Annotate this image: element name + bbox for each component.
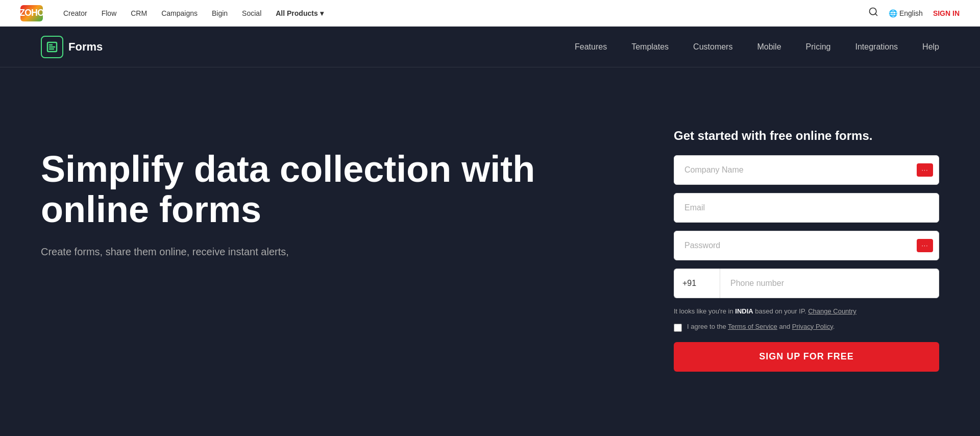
- email-input[interactable]: [674, 193, 939, 223]
- top-bar-right: 🌐 English SIGN IN: [868, 7, 960, 19]
- nav-customers[interactable]: Customers: [693, 42, 732, 52]
- location-note: It looks like you're in INDIA based on y…: [674, 306, 939, 317]
- terms-checkbox-group: I agree to the Terms of Service and Priv…: [674, 323, 939, 332]
- hero-left: Simplify data collection with online for…: [41, 108, 623, 259]
- phone-code-input[interactable]: [674, 269, 720, 298]
- password-options-button[interactable]: ···: [917, 239, 933, 252]
- sign-in-button[interactable]: SIGN IN: [933, 9, 960, 17]
- nav-flow[interactable]: Flow: [102, 9, 117, 17]
- hero-subtitle: Create forms, share them online, receive…: [41, 244, 623, 259]
- dots-icon-2: ···: [921, 242, 928, 249]
- forms-brand-label: Forms: [68, 40, 103, 54]
- main-nav: Forms Features Templates Customers Mobil…: [0, 27, 980, 67]
- language-selector[interactable]: 🌐 English: [889, 9, 923, 17]
- nav-bigin[interactable]: Bigin: [212, 9, 228, 17]
- company-name-input[interactable]: [674, 155, 939, 185]
- password-input[interactable]: [674, 231, 939, 260]
- change-country-link[interactable]: Change Country: [808, 307, 856, 315]
- nav-social[interactable]: Social: [242, 9, 261, 17]
- signup-heading: Get started with free online forms.: [674, 129, 939, 143]
- phone-number-input[interactable]: [720, 269, 939, 298]
- company-options-button[interactable]: ···: [917, 163, 933, 177]
- zoho-logo[interactable]: ZOHO: [20, 5, 43, 21]
- hero-title: Simplify data collection with online for…: [41, 149, 623, 230]
- globe-icon: 🌐: [889, 9, 897, 17]
- zoho-logo-box: ZOHO: [20, 5, 43, 21]
- forms-logo[interactable]: Forms: [41, 36, 103, 58]
- nav-creator[interactable]: Creator: [63, 9, 87, 17]
- email-field-group: [674, 193, 939, 223]
- all-products-button[interactable]: All Products ▾: [276, 9, 323, 17]
- terms-checkbox[interactable]: [674, 324, 682, 332]
- forms-icon: [41, 36, 63, 58]
- terms-link[interactable]: Terms of Service: [728, 323, 777, 330]
- nav-pricing[interactable]: Pricing: [806, 42, 831, 52]
- top-bar: ZOHO Creator Flow CRM Campaigns Bigin So…: [0, 0, 980, 27]
- nav-integrations[interactable]: Integrations: [855, 42, 898, 52]
- nav-crm[interactable]: CRM: [131, 9, 147, 17]
- chevron-down-icon: ▾: [320, 9, 324, 17]
- nav-features[interactable]: Features: [575, 42, 607, 52]
- password-field-group: ···: [674, 231, 939, 260]
- search-button[interactable]: [868, 7, 878, 19]
- svg-line-1: [875, 14, 877, 16]
- hero-section: Simplify data collection with online for…: [0, 67, 980, 435]
- nav-help[interactable]: Help: [922, 42, 939, 52]
- privacy-link[interactable]: Privacy Policy: [792, 323, 833, 330]
- signup-section: Get started with free online forms. ··· …: [674, 108, 939, 372]
- nav-templates[interactable]: Templates: [631, 42, 669, 52]
- country-label: INDIA: [735, 307, 753, 315]
- main-nav-links: Features Templates Customers Mobile Pric…: [575, 42, 939, 52]
- nav-campaigns[interactable]: Campaigns: [161, 9, 198, 17]
- dots-icon: ···: [921, 166, 928, 174]
- nav-mobile[interactable]: Mobile: [757, 42, 781, 52]
- company-field-group: ···: [674, 155, 939, 185]
- top-nav: Creator Flow CRM Campaigns Bigin Social …: [63, 9, 852, 17]
- signup-button[interactable]: SIGN UP FOR FREE: [674, 342, 939, 372]
- phone-field-group: [674, 269, 939, 298]
